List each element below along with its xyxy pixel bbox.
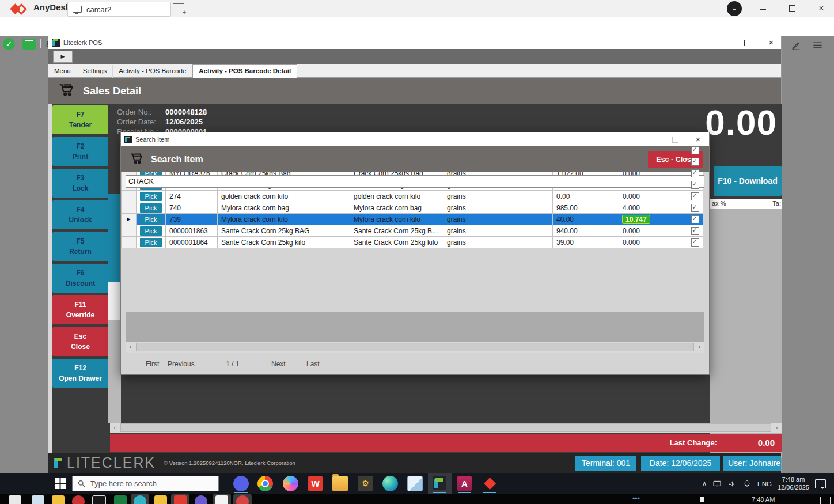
pagination-first[interactable]: First — [146, 360, 159, 368]
checkbox[interactable] — [691, 192, 699, 200]
sidebar-button-f5[interactable]: F5Return — [52, 232, 108, 261]
checkbox[interactable] — [691, 204, 699, 212]
minimize-button[interactable] — [757, 3, 768, 13]
local-taskbar-app[interactable] — [9, 495, 21, 504]
local-taskbar-app[interactable] — [215, 495, 228, 504]
taskbar-clock[interactable]: 7:48 am12/06/2025 — [778, 476, 809, 492]
taskbar-app-quick-assist[interactable]: ⚙ — [358, 476, 373, 491]
local-taskbar-app[interactable] — [72, 495, 85, 504]
taskbar-app-edge[interactable] — [382, 476, 398, 491]
pos-horizontal-scrollbar[interactable]: ‹ › — [110, 423, 782, 433]
taskbar-app-chrome[interactable] — [257, 476, 273, 491]
dialog-close-button[interactable]: × — [693, 135, 703, 144]
local-taskbar-app[interactable] — [134, 495, 146, 504]
scroll-left-icon[interactable]: ‹ — [110, 423, 120, 433]
local-taskbar-app[interactable] — [174, 495, 187, 504]
table-row[interactable]: Pick0000001863Sante Crack Corn 25kg BAGS… — [122, 225, 703, 237]
local-taskbar-app[interactable] — [52, 495, 65, 504]
local-taskbar-app[interactable] — [32, 495, 44, 504]
sidebar-button-f11[interactable]: F11Override — [52, 295, 108, 324]
sidebar-button-f7[interactable]: F7Tender — [52, 105, 108, 134]
language-indicator[interactable]: ENG — [757, 480, 772, 487]
pos-maximize-button[interactable] — [742, 38, 752, 47]
dialog-minimize-button[interactable] — [647, 135, 657, 144]
pick-button[interactable]: Pick — [140, 203, 162, 213]
checkbox[interactable] — [691, 215, 699, 223]
taskbar-app-notes[interactable] — [407, 476, 423, 491]
notification-center-icon[interactable] — [815, 479, 826, 488]
dialog-horizontal-scrollbar[interactable]: ‹ › — [126, 342, 704, 353]
sidebar-button-f4[interactable]: F4Unlock — [52, 200, 108, 229]
anydesk-quick-menu[interactable]: ⌄ — [727, 1, 742, 16]
search-input[interactable] — [126, 175, 704, 188]
sidebar-button-esc[interactable]: EscClose — [52, 327, 108, 356]
checkbox[interactable] — [691, 227, 699, 235]
local-clock[interactable]: 7:48 AM — [752, 496, 775, 503]
sidebar-button-f12[interactable]: F12Open Drawer — [52, 359, 108, 388]
checkbox[interactable] — [691, 169, 699, 177]
close-button[interactable]: × — [816, 3, 827, 13]
pick-button[interactable]: Pick — [140, 238, 162, 247]
dialog-maximize-button[interactable] — [670, 135, 680, 144]
dialog-titlebar[interactable]: Search Item × — [121, 132, 709, 146]
tab-menu[interactable]: Menu — [48, 65, 77, 78]
microphone-icon[interactable] — [742, 479, 752, 488]
local-taskbar-app[interactable] — [154, 495, 167, 504]
checkbox[interactable] — [691, 158, 699, 166]
pick-button[interactable]: Pick — [140, 192, 162, 201]
start-button[interactable] — [55, 478, 66, 489]
sidebar-button-f6[interactable]: F6Discount — [52, 264, 108, 293]
volume-icon[interactable] — [727, 479, 737, 488]
local-taskbar-app[interactable] — [195, 495, 207, 504]
scroll-left-icon[interactable]: ‹ — [126, 342, 135, 352]
table-row[interactable]: Pick740Mylora crack corn bagMylora crack… — [122, 202, 703, 214]
taskbar-app-anydesk[interactable] — [482, 476, 498, 491]
background-scroll-thumb[interactable] — [108, 282, 121, 320]
download-button[interactable]: F10 - Download — [714, 166, 782, 196]
scroll-thumb[interactable] — [136, 343, 694, 351]
maximize-button[interactable] — [787, 3, 797, 13]
local-taskbar-app[interactable] — [92, 495, 106, 504]
pagination-last[interactable]: Last — [306, 360, 320, 368]
run-button[interactable]: ▶ — [53, 51, 73, 63]
new-session-icon[interactable] — [173, 3, 184, 12]
local-taskbar-app[interactable] — [114, 495, 127, 504]
taskbar-app-file-explorer[interactable] — [332, 476, 348, 491]
taskbar-app-wps-office[interactable]: W — [308, 476, 323, 491]
pick-button[interactable]: Pick — [140, 215, 162, 224]
session-tab[interactable]: carcar2 — [67, 2, 171, 17]
taskbar-app-access[interactable]: A — [457, 476, 472, 491]
pick-button[interactable]: Pick — [140, 226, 162, 236]
scroll-right-icon[interactable]: › — [772, 423, 782, 433]
tab-activity-pos-barcode[interactable]: Activity - POS Barcode — [113, 65, 192, 78]
sidebar-button-f2[interactable]: F2Print — [52, 137, 108, 166]
checkbox[interactable] — [691, 238, 699, 247]
taskbar-app-discord[interactable] — [233, 476, 249, 491]
tab-activity-pos-barcode-detail[interactable]: Activity - POS Barcode Detail — [192, 64, 297, 78]
tab-settings[interactable]: Settings — [77, 65, 113, 78]
scroll-thumb[interactable] — [120, 423, 771, 432]
local-taskbar-app[interactable] — [236, 495, 249, 504]
display-icon[interactable] — [712, 479, 722, 488]
taskbar-search[interactable]: Type here to search — [72, 476, 219, 491]
taskbar-app-copilot[interactable] — [283, 476, 298, 491]
table-row[interactable]: ▶Pick739Mylora crack corn kiloMylora cra… — [122, 214, 703, 225]
table-row[interactable]: Pick274golden crack corn kilogolden crac… — [122, 191, 703, 202]
checkbox[interactable] — [691, 181, 699, 189]
scroll-right-icon[interactable]: › — [695, 342, 704, 352]
table-row[interactable]: Pick0000001864Sante Crack Corn 25kg kilo… — [122, 237, 703, 248]
local-notification-icon[interactable] — [820, 497, 831, 504]
remote-monitor-icon[interactable] — [22, 39, 36, 50]
whiteboard-icon[interactable] — [788, 38, 802, 52]
menu-icon[interactable] — [810, 38, 824, 52]
pagination-previous[interactable]: Previous — [168, 360, 195, 368]
pos-close-button[interactable]: × — [766, 38, 776, 47]
checkbox[interactable] — [691, 146, 699, 154]
pos-titlebar[interactable]: Liteclerk POS × — [48, 36, 781, 49]
pos-minimize-button[interactable] — [718, 38, 729, 47]
tray-expand-icon[interactable]: ∧ — [702, 480, 707, 487]
taskbar-app-liteclerk[interactable] — [432, 476, 448, 491]
weather-icon[interactable]: ••• — [632, 495, 640, 503]
pagination-next[interactable]: Next — [271, 360, 286, 368]
sidebar-button-f3[interactable]: F3Lock — [52, 169, 108, 198]
